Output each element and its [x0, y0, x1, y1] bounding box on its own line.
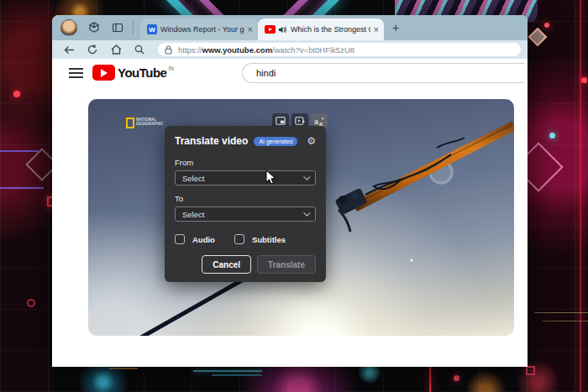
tab-strip: W Windows Report - Your go-to so × Which…: [52, 15, 528, 40]
mouse-cursor: [265, 170, 276, 186]
wallpaper-trace: [0, 150, 39, 152]
from-select[interactable]: Select: [175, 170, 316, 186]
nat-geo-logo: NATIONALGEOGRAPHIC: [126, 118, 164, 128]
desktop-wallpaper: W Windows Report - Your go-to so × Which…: [0, 0, 588, 392]
dialog-buttons: Cancel Translate: [175, 255, 316, 274]
ai-generated-badge: AI generated: [254, 137, 297, 146]
chevron-down-icon: [303, 173, 310, 180]
to-select-value: Select: [182, 210, 303, 219]
wallpaper-trace: [543, 321, 588, 321]
to-select[interactable]: Select: [175, 206, 316, 222]
youtube-region-tag: IN: [168, 65, 174, 71]
wallpaper-trace: [109, 368, 138, 369]
search-query-text: hindi: [256, 68, 276, 78]
address-bar[interactable]: https://www.youtube.com/watch?v=bt0HFik5…: [158, 43, 521, 56]
new-tab-button[interactable]: +: [392, 22, 399, 34]
wallpaper-glow-dot: [544, 23, 549, 28]
wallpaper-square-node: [526, 366, 535, 375]
refresh-icon[interactable]: [86, 43, 99, 56]
search-icon[interactable]: [133, 43, 146, 56]
dialog-title: Translate video: [175, 135, 248, 147]
close-tab-icon[interactable]: ×: [248, 25, 253, 34]
wallpaper-trace: [534, 312, 588, 313]
lock-icon[interactable]: [165, 44, 173, 55]
wallpaper-glow-dot: [581, 77, 587, 83]
translate-button[interactable]: Translate: [257, 255, 316, 274]
audio-checkbox[interactable]: [175, 234, 185, 244]
url-text: https://www.youtube.com/watch?v=bt0HFik5…: [178, 45, 354, 55]
to-label: To: [175, 194, 316, 203]
checkbox-row: Audio Subtitles: [175, 234, 316, 244]
close-tab-icon[interactable]: ×: [374, 25, 379, 34]
youtube-logo[interactable]: YouTube IN: [92, 65, 174, 81]
browser-toolbar: https://www.youtube.com/watch?v=bt0HFik5…: [52, 40, 528, 59]
tab-title: Windows Report - Your go-to so: [160, 25, 244, 34]
tab-title: Which is the Strongest Car: [291, 25, 370, 34]
nat-geo-frame-icon: [126, 118, 134, 128]
wallpaper-red-line: [429, 367, 431, 392]
svg-text:a: a: [319, 120, 323, 126]
youtube-favicon: [265, 25, 276, 34]
url-host: www.youtube.com: [202, 45, 273, 55]
url-scheme: https://: [178, 45, 202, 55]
wallpaper-glow-dot: [549, 133, 555, 139]
wallpaper-glow-dot: [454, 375, 459, 381]
from-label: From: [175, 158, 316, 167]
audio-label: Audio: [192, 235, 215, 244]
translate-video-dialog: Translate video AI generated ⚙ From Sele…: [165, 126, 326, 282]
chevron-down-icon: [303, 209, 310, 216]
cancel-button[interactable]: Cancel: [202, 255, 251, 274]
tab-windows-report[interactable]: W Windows Report - Your go-to so ×: [140, 18, 258, 40]
nat-geo-line2: GEOGRAPHIC: [136, 122, 164, 126]
tab-actions-icon[interactable]: [111, 21, 124, 34]
youtube-play-icon: [92, 65, 115, 81]
youtube-header: YouTube IN hindi: [52, 59, 528, 99]
search-input[interactable]: hindi: [242, 63, 524, 83]
wallpaper-trace: [0, 187, 44, 189]
menu-icon[interactable]: [69, 68, 83, 78]
subtitles-checkbox[interactable]: [234, 234, 244, 244]
gear-icon[interactable]: ⚙: [307, 136, 316, 146]
url-path: /watch?v=bt0HFik5zU8: [272, 45, 354, 55]
wallpaper-glow-dot: [13, 91, 20, 97]
subtitles-label: Subtitles: [252, 235, 286, 244]
tab-separator: [133, 21, 134, 34]
workspaces-icon[interactable]: [87, 21, 101, 34]
home-icon[interactable]: [109, 43, 123, 56]
dialog-header: Translate video AI generated ⚙: [175, 135, 316, 147]
back-icon[interactable]: [62, 43, 76, 56]
from-select-value: Select: [182, 174, 303, 183]
windows-report-favicon: W: [147, 24, 157, 34]
tab-youtube-video[interactable]: Which is the Strongest Car ×: [258, 18, 384, 40]
wallpaper-trace: [212, 374, 262, 376]
audio-playing-icon[interactable]: [278, 25, 287, 34]
browser-window: W Windows Report - Your go-to so × Which…: [52, 15, 528, 367]
profile-avatar[interactable]: [60, 19, 77, 36]
wallpaper-ring: [27, 299, 35, 307]
wallpaper-trace: [193, 370, 262, 372]
wallpaper-red-line: [580, 0, 581, 392]
youtube-wordmark: YouTube: [118, 65, 166, 81]
